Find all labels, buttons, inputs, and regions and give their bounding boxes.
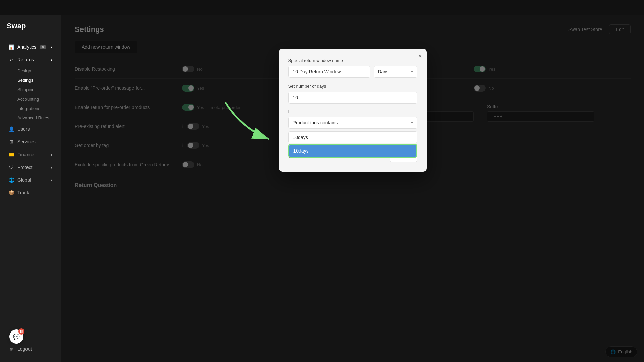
chat-badge: 18 — [18, 328, 24, 335]
sidebar-item-label: Analytics — [17, 44, 36, 50]
modal-days-input[interactable] — [288, 92, 417, 104]
analytics-tag: ✕ — [40, 45, 46, 49]
modal-dialog: × Special return window name Days Weeks … — [279, 49, 427, 172]
chat-bubble[interactable]: 💬 18 — [9, 329, 23, 344]
sidebar-item-finance[interactable]: 💳 Finance ▾ — [2, 148, 59, 161]
app-logo: Swap — [0, 22, 61, 41]
sidebar-sub-advanced-rules[interactable]: Advanced Rules — [17, 113, 59, 122]
sidebar-logout-label: Logout — [17, 346, 32, 352]
modal-name-label: Special return window name — [288, 58, 417, 63]
chat-icon: 💬 — [13, 334, 20, 340]
modal-period-select[interactable]: Days Weeks Months — [374, 66, 417, 78]
sidebar-item-label: Global — [17, 177, 31, 183]
global-chevron: ▾ — [51, 178, 52, 182]
finance-chevron: ▾ — [51, 153, 52, 157]
modal-name-row: Days Weeks Months — [288, 66, 417, 78]
sidebar-item-label: Returns — [17, 57, 34, 62]
sidebar-item-global[interactable]: 🌐 Global ▾ — [2, 174, 59, 186]
sidebar-sub-settings[interactable]: Settings — [17, 76, 59, 85]
modal-close-button[interactable]: × — [418, 53, 422, 59]
users-icon: 👤 — [9, 126, 14, 132]
analytics-chevron: ▾ — [51, 45, 52, 49]
services-icon: ⊞ — [9, 139, 14, 144]
arrow-annotation — [215, 96, 282, 156]
top-bar — [0, 0, 644, 15]
global-icon: 🌐 — [9, 177, 14, 183]
sidebar-item-label: Track — [17, 190, 29, 195]
sidebar: Swap 📊 Analytics ✕ ▾ ↩ Returns ▴ Design … — [0, 15, 61, 362]
sidebar-sub-shipping[interactable]: Shipping — [17, 85, 59, 94]
modal-name-section: Special return window name Days Weeks Mo… — [288, 58, 417, 78]
main-content: Settings — Swap Test Store Edit Add new … — [61, 15, 644, 362]
sidebar-sub-design[interactable]: Design — [17, 66, 59, 75]
sidebar-item-returns[interactable]: ↩ Returns ▴ — [2, 54, 59, 66]
track-icon: 📦 — [9, 190, 14, 195]
finance-icon: 💳 — [9, 152, 14, 157]
modal-overlay[interactable]: × Special return window name Days Weeks … — [61, 15, 644, 362]
modal-tag-suggestion-item[interactable]: 10days — [289, 145, 416, 157]
sidebar-item-label: Protect — [17, 165, 32, 170]
modal-container: × Special return window name Days Weeks … — [279, 49, 427, 172]
returns-submenu: Design Settings Shipping Accounting Inte… — [0, 66, 61, 123]
returns-icon: ↩ — [9, 57, 14, 62]
sidebar-item-users[interactable]: 👤 Users — [2, 123, 59, 135]
sidebar-item-label: Finance — [17, 152, 34, 157]
modal-tag-input-wrap: 10days — [288, 131, 417, 143]
sidebar-item-services[interactable]: ⊞ Services — [2, 136, 59, 148]
sidebar-bottom: ⎋ Logout — [0, 339, 61, 355]
modal-if-label: If — [288, 109, 417, 114]
sidebar-item-label: Users — [17, 126, 30, 132]
sidebar-item-label: Services — [17, 139, 36, 144]
modal-days-label: Set number of days — [288, 84, 417, 89]
protect-chevron: ▾ — [51, 166, 52, 169]
logout-icon: ⎋ — [9, 346, 14, 352]
sidebar-sub-integrations[interactable]: Integrations — [17, 104, 59, 113]
sidebar-sub-accounting[interactable]: Accounting — [17, 95, 59, 104]
sidebar-item-logout[interactable]: ⎋ Logout — [2, 343, 59, 355]
modal-days-section: Set number of days — [288, 84, 417, 104]
sidebar-item-analytics[interactable]: 📊 Analytics ✕ ▾ — [2, 41, 59, 53]
sidebar-item-protect[interactable]: 🛡 Protect ▾ — [2, 161, 59, 173]
modal-tag-input[interactable] — [288, 131, 417, 143]
modal-if-select[interactable]: Product tags contains — [288, 117, 417, 129]
sidebar-item-track[interactable]: 📦 Track — [2, 187, 59, 199]
modal-if-section: If Product tags contains 10days — [288, 109, 417, 143]
modal-name-input[interactable] — [288, 66, 370, 78]
protect-icon: 🛡 — [9, 165, 14, 170]
modal-tag-dropdown: 10days — [288, 144, 417, 158]
analytics-icon: 📊 — [9, 44, 14, 50]
returns-chevron: ▴ — [51, 58, 52, 62]
